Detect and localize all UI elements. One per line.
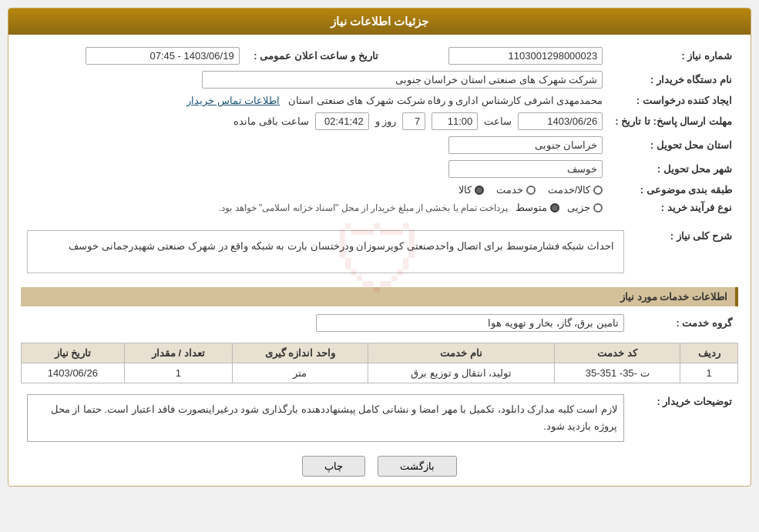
print-button[interactable]: چاپ [302,456,365,477]
remaining-label: ساعت باقی مانده [233,115,308,127]
deadline-label: مهلت ارسال پاسخ: تا تاریخ : [609,109,738,133]
buyer-notes-value-cell: لازم است کلیه مدارک دانلود، تکمیل با مهر… [21,391,630,445]
services-table-header-row: ردیف کد خدمت نام خدمت واحد اندازه گیری ت… [22,343,738,363]
city-box: خوسف [448,160,603,178]
category-row: طبقه بندی موضوعی : کالا/خدمت خدمت [21,181,738,199]
table-cell-code: ت -35- 351-35 [555,363,680,383]
radio-khedmat: خدمت [496,184,536,196]
niaaz-value: 1103001298000023 [385,44,610,68]
service-group-table: گروه خدمت : تامین برق، گاز، بخار و تهویه… [21,311,738,335]
buyer-notes-box: لازم است کلیه مدارک دانلود، تکمیل با مهر… [27,394,624,442]
table-cell-row: 1 [680,363,738,383]
needs-description-table: شرح کلی نیاز : احداث شبکه فشارمتوسط برای… [21,224,738,279]
needs-description-text: احداث شبکه فشارمتوسط برای اتصال واحدصنعت… [69,240,614,252]
radio-label-jozi: جزیی [567,202,590,213]
radio-circle-motawaset [550,203,559,212]
th-date: تاریخ نیاز [22,343,125,363]
radio-motawaset: متوسط [516,202,559,213]
deadline-days-box: 7 [402,112,425,130]
process-row-content: جزیی متوسط پرداخت تمام یا بخشی از مبلغ خ… [27,202,603,213]
page-container: جزئیات اطلاعات نیاز 🛡 شماره نیاز : 11030… [0,0,759,494]
buyer-notes-table: توضیحات خریدار : لازم است کلیه مدارک دان… [21,391,738,445]
city-label: شهر محل تحویل : [609,157,738,181]
radio-kala-khedmat: کالا/خدمت [548,184,603,196]
radio-label-motawaset: متوسط [516,202,547,213]
buyer-value: شرکت شهرک های صنعتی استان خراسان جنوبی [21,68,609,92]
roz-label: روز و [375,115,397,127]
th-count: تعداد / مقدار [124,343,232,363]
city-row: شهر محل تحویل : خوسف [21,157,738,181]
deadline-value: 1403/06/26 ساعت 11:00 7 روز و 02:4 [21,109,609,133]
time-remaining-box: 02:41:42 [315,112,369,130]
province-box: خراسان جنوبی [448,136,603,154]
radio-jozi: جزیی [567,202,603,213]
th-code: کد خدمت [555,343,680,363]
table-cell-date: 1403/06/26 [22,363,125,383]
services-table-body: 1ت -35- 351-35تولید، انتقال و توزیع برقم… [22,363,738,383]
buyer-label: نام دستگاه خریدار : [609,68,738,92]
announce-value: 1403/06/19 - 07:45 [21,44,246,68]
category-options: کالا/خدمت خدمت کالا [21,181,609,199]
buyer-notes-row: توضیحات خریدار : لازم است کلیه مدارک دان… [21,391,738,445]
radio-circle-kala-khedmat [593,186,603,195]
process-options: جزیی متوسط پرداخت تمام یا بخشی از مبلغ خ… [21,199,609,216]
service-group-row: گروه خدمت : تامین برق، گاز، بخار و تهویه… [21,311,738,335]
niaaz-number-box: 1103001298000023 [448,47,603,65]
process-note: پرداخت تمام یا بخشی از مبلغ خریدار از مح… [219,202,508,213]
deadline-row: مهلت ارسال پاسخ: تا تاریخ : 1403/06/26 س… [21,109,738,133]
deadline-time-box: 11:00 [432,112,478,130]
table-cell-name: تولید، انتقال و توزیع برق [368,363,555,383]
saat-label: ساعت [484,115,512,127]
niaaz-label: شماره نیاز : [609,44,738,68]
header-title: جزئیات اطلاعات نیاز [331,15,428,28]
th-name: نام خدمت [368,343,555,363]
th-unit: واحد اندازه گیری [232,343,368,363]
card-body: 🛡 شماره نیاز : 1103001298000023 تاریخ و … [8,35,751,486]
buyer-name-box: شرکت شهرک های صنعتی استان خراسان جنوبی [202,71,603,89]
category-radio-group: کالا/خدمت خدمت کالا [27,184,603,196]
radio-circle-jozi [593,203,603,212]
creator-row: ایجاد کننده درخواست : محمدمهدی اشرفی کار… [21,92,738,109]
announce-datetime-box: 1403/06/19 - 07:45 [86,47,240,65]
top-info-table: شماره نیاز : 1103001298000023 تاریخ و سا… [21,44,738,216]
announce-label: تاریخ و ساعت اعلان عمومی : [246,44,385,68]
radio-circle-khedmat [526,186,536,195]
table-cell-unit: متر [232,363,368,383]
process-row: نوع فرآیند خرید : جزیی متوسط پرداخت [21,199,738,216]
deadline-time-row: 1403/06/26 ساعت 11:00 7 روز و 02:4 [27,112,603,130]
buyer-row: نام دستگاه خریدار : شرکت شهرک های صنعتی … [21,68,738,92]
service-group-label: گروه خدمت : [630,311,738,335]
radio-label-kala: کالا [458,184,472,196]
radio-circle-kala [475,186,484,195]
creator-contact-link[interactable]: اطلاعات تماس خریدار [186,95,280,106]
back-button[interactable]: بازگشت [378,456,457,477]
button-row: بازگشت چاپ [21,456,738,477]
needs-label: شرح کلی نیاز : [630,224,738,279]
radio-label-kala-khedmat: کالا/خدمت [548,184,591,196]
main-card: جزئیات اطلاعات نیاز 🛡 شماره نیاز : 11030… [8,8,751,487]
radio-label-khedmat: خدمت [496,184,523,196]
province-label: استان محل تحویل : [609,133,738,157]
process-label: نوع فرآیند خرید : [609,199,738,216]
radio-kala: کالا [458,184,484,196]
services-table-head: ردیف کد خدمت نام خدمت واحد اندازه گیری ت… [22,343,738,363]
deadline-date-box: 1403/06/26 [518,112,603,130]
card-header: جزئیات اطلاعات نیاز [8,8,751,35]
creator-value: محمدمهدی اشرفی کارشناس اداری و رفاه شرکت… [21,92,609,109]
province-row: استان محل تحویل : خراسان جنوبی [21,133,738,157]
niaaz-row: شماره نیاز : 1103001298000023 تاریخ و سا… [21,44,738,68]
buyer-notes-label: توضیحات خریدار : [630,391,738,445]
needs-row: شرح کلی نیاز : احداث شبکه فشارمتوسط برای… [21,224,738,279]
table-row: 1ت -35- 351-35تولید، انتقال و توزیع برقم… [22,363,738,383]
needs-value-cell: احداث شبکه فشارمتوسط برای اتصال واحدصنعت… [21,224,630,279]
service-group-value-cell: تامین برق، گاز، بخار و تهویه هوا [21,311,630,335]
services-section-header: اطلاعات خدمات مورد نیاز [21,287,738,306]
needs-description-box: احداث شبکه فشارمتوسط برای اتصال واحدصنعت… [27,230,624,273]
province-value: خراسان جنوبی [21,133,609,157]
category-label: طبقه بندی موضوعی : [609,181,738,199]
th-radif: ردیف [680,343,738,363]
city-value: خوسف [21,157,609,181]
table-cell-count: 1 [124,363,232,383]
services-table: ردیف کد خدمت نام خدمت واحد اندازه گیری ت… [21,343,738,383]
buyer-notes-text: لازم است کلیه مدارک دانلود، تکمیل با مهر… [51,403,617,432]
